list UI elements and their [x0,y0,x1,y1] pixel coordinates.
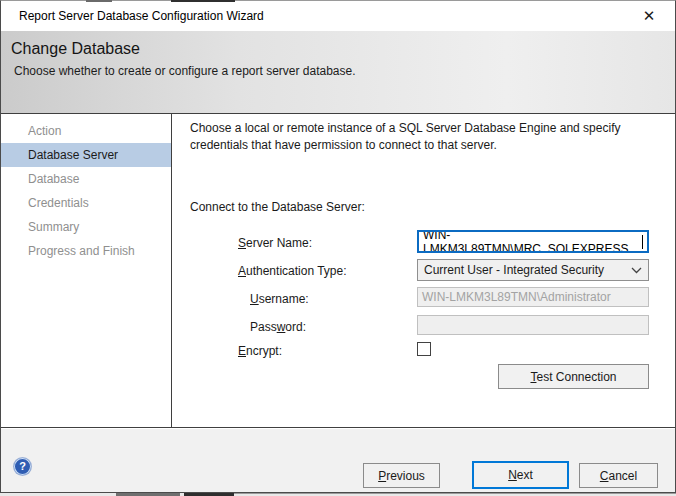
background-window-edge [171,0,235,2]
main-area: Action Database Server Database Credenti… [1,114,675,428]
sidebar-item-summary[interactable]: Summary [1,215,171,239]
chevron-down-icon [631,267,642,274]
sidebar-item-database-server[interactable]: Database Server [1,143,171,167]
auth-type-select[interactable]: Current User - Integrated Security [417,259,649,281]
description-line-2: credentials that have permission to conn… [190,138,497,152]
page-title: Change Database [11,40,140,58]
test-connection-button[interactable]: Test Connection [498,364,649,389]
content-panel: Choose a local or remote instance of a S… [173,114,675,427]
encrypt-checkbox[interactable] [417,342,431,356]
background-window-edge [232,493,676,494]
encrypt-label: Encrypt: [238,344,282,358]
screen: Report Server Database Configuration Wiz… [0,0,676,496]
text-caret [642,235,643,249]
server-name-label: Server Name: [238,236,312,250]
username-label: Username: [250,292,309,306]
sidebar-item-credentials[interactable]: Credentials [1,191,171,215]
title-bar: Report Server Database Configuration Wiz… [1,1,675,31]
close-icon: ✕ [643,7,656,24]
next-button[interactable]: Next [472,461,569,489]
sidebar-item-action[interactable]: Action [1,119,171,143]
auth-type-selected-value: Current User - Integrated Security [424,263,631,277]
wizard-step-list: Action Database Server Database Credenti… [1,114,172,427]
wizard-header: Change Database Choose whether to create… [1,31,675,114]
password-label: Password: [250,320,306,334]
auth-type-label: Authentication Type: [238,264,347,278]
username-field: WIN-LMKM3L89TMN\Administrator [417,287,649,307]
sidebar-item-progress-and-finish[interactable]: Progress and Finish [1,239,171,263]
description-line-1: Choose a local or remote instance of a S… [190,121,620,135]
section-label: Connect to the Database Server: [190,200,365,214]
server-name-input[interactable]: WIN-LMKM3L89TMN\MRC_SQLEXPRESS [417,230,649,253]
window-title: Report Server Database Configuration Wiz… [19,1,264,31]
password-field [417,315,649,335]
sidebar-item-database[interactable]: Database [1,167,171,191]
close-button[interactable]: ✕ [629,1,669,31]
previous-button[interactable]: Previous [363,463,440,488]
cancel-button[interactable]: Cancel [579,463,658,488]
background-window-edge [86,0,112,2]
footer-bar: ? Previous Next Cancel [1,429,675,492]
wizard-dialog: Report Server Database Configuration Wiz… [0,0,676,493]
server-name-value: WIN-LMKM3L89TMN\MRC_SQLEXPRESS [423,230,641,253]
help-icon[interactable]: ? [14,458,31,475]
page-subtitle: Choose whether to create or configure a … [14,64,356,78]
